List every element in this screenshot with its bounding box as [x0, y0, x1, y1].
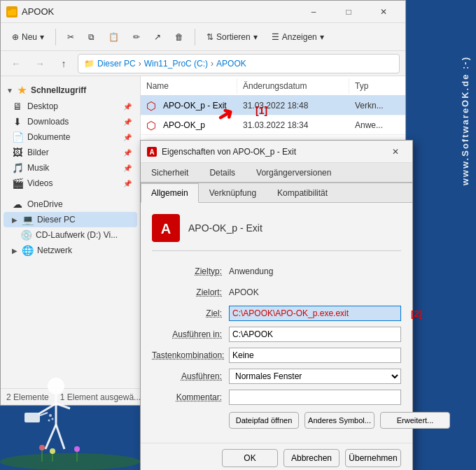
tastenkombination-input[interactable]	[229, 348, 401, 363]
file-date-1: 31.03.2022 18:34	[237, 119, 349, 131]
delete-button[interactable]: 🗑	[169, 29, 189, 45]
tastenkombination-label: Tastenkombination:	[152, 350, 229, 360]
expand-icon-2: ▶	[12, 216, 18, 224]
path-drive[interactable]: Win11_ProC (C:)	[144, 59, 208, 69]
forward-button[interactable]: →	[30, 54, 50, 73]
file-type-0: Verkn...	[349, 99, 405, 112]
tab-sicherheit[interactable]: Sicherheit	[141, 163, 199, 183]
view-icon: ☰	[272, 32, 279, 42]
abbrechen-button[interactable]: Abbrechen	[284, 449, 340, 467]
sidebar-item-downloads[interactable]: ⬇ Downloads 📌	[4, 114, 137, 129]
erweitert-button[interactable]: Erweitert...	[380, 412, 450, 429]
pin-icon-2: 📌	[123, 118, 132, 126]
file-count: 2 Elemente	[6, 392, 49, 402]
new-button[interactable]: ⊕ Neu ▾	[6, 29, 50, 45]
pin-icon-4: 📌	[123, 149, 132, 157]
chevron-icon-2: ▾	[253, 32, 258, 42]
properties-dialog: A Eigenschaften von APO-OK_p - Exit ✕ Si…	[140, 140, 413, 470]
svg-point-17	[0, 453, 140, 470]
copy-button[interactable]: ⧉	[83, 29, 100, 45]
sidebar-item-bilder[interactable]: 🖼 Bilder 📌	[4, 145, 137, 160]
dialog-action-row: Dateipfad öffnen Anderes Symbol... Erwei…	[152, 412, 401, 429]
pin-icon: 📌	[123, 103, 132, 111]
app-icon-large: A	[152, 214, 180, 242]
svg-point-21	[50, 448, 55, 454]
expand-icon: ▼	[6, 87, 13, 94]
tab-vorgaenger[interactable]: Vorgängerversionen	[246, 163, 342, 183]
sidebar-item-videos[interactable]: 🎬 Videos 📌	[4, 176, 137, 191]
view-button[interactable]: ☰ Anzeigen ▾	[266, 29, 330, 45]
plus-icon: ⊕	[12, 32, 19, 42]
ok-button[interactable]: OK	[222, 449, 278, 467]
close-button[interactable]: ✕	[368, 1, 400, 23]
window-title: APOOK	[22, 6, 293, 17]
tab-allgemein[interactable]: Allgemein	[141, 183, 199, 203]
dateipfad-button[interactable]: Dateipfad öffnen	[229, 412, 299, 429]
dialog-close-button[interactable]: ✕	[384, 142, 407, 162]
maximize-button[interactable]: □	[332, 1, 365, 23]
ausfuehren-select[interactable]: Normales Fenster	[229, 369, 401, 384]
file-row-0[interactable]: ⬡ APO-OK_p - Exit 31.03.2022 18:48 Verkn…	[141, 96, 405, 115]
form-row-zieltyp: Zieltyp: Anwendung	[152, 262, 401, 280]
sidebar-item-desktop[interactable]: 🖥 Desktop 📌	[4, 99, 137, 114]
path-dieser-pc[interactable]: Dieser PC	[97, 59, 136, 69]
sidebar-item-dieser-pc[interactable]: ▶ 💻 Dieser PC	[4, 212, 137, 227]
dialog-content: A APO-OK_p - Exit Zieltyp: Anwendung Zie…	[141, 203, 412, 440]
kommentar-label: Kommentar:	[152, 392, 229, 402]
form-row-ausfuehren: Ausführen: Normales Fenster	[152, 367, 401, 385]
form-row-ziel: Ziel: [2]	[152, 304, 401, 322]
onedrive-icon: ☁	[12, 199, 23, 210]
toolbar-separator-2	[195, 29, 195, 45]
paste-button[interactable]: 📋	[103, 29, 125, 45]
up-button[interactable]: ↑	[54, 54, 74, 73]
pin-icon-5: 📌	[123, 164, 132, 172]
share-button[interactable]: ↗	[148, 29, 167, 45]
ziel-input-wrapper: [2]	[229, 306, 401, 321]
svg-point-23	[74, 446, 80, 452]
sidebar-item-netzwerk[interactable]: ▶ 🌐 Netzwerk	[4, 243, 137, 258]
file-row-1[interactable]: ⬡ APO-OK_p 31.03.2022 18:34 Anwe...	[141, 115, 405, 135]
dialog-tabs-2: Allgemein Verknüpfung Kompatibilität	[141, 183, 412, 203]
col-name-header[interactable]: Name	[141, 78, 237, 94]
chevron-icon: ▾	[40, 32, 44, 42]
sidebar-item-dokumente[interactable]: 📄 Dokumente 📌	[4, 129, 137, 145]
minimize-button[interactable]: –	[298, 1, 330, 23]
svg-text:A: A	[161, 221, 171, 236]
anderes-symbol-button[interactable]: Anderes Symbol...	[304, 412, 374, 429]
uebernehmen-button[interactable]: Übernehmen	[345, 449, 401, 467]
cut-button[interactable]: ✂	[62, 29, 80, 45]
sidebar-item-musik[interactable]: 🎵 Musik 📌	[4, 160, 137, 176]
col-date-header[interactable]: Änderungsdatum	[237, 78, 349, 94]
videos-icon: 🎬	[12, 178, 23, 189]
ziel-input[interactable]	[229, 306, 401, 321]
tab-verknuepfung[interactable]: Verknüpfung	[199, 183, 267, 203]
expand-icon-3: ▶	[12, 247, 18, 255]
path-apook[interactable]: APOOK	[216, 59, 246, 69]
file-name-1: ⬡ APO-OK_p	[141, 118, 237, 133]
svg-point-15	[52, 418, 54, 420]
explorer-icon	[6, 6, 18, 17]
watermark-text: www.SoftwareOK.de :-)	[460, 56, 470, 185]
back-button[interactable]: ←	[6, 54, 26, 73]
ausfuehren-in-input[interactable]	[229, 327, 401, 342]
file-name-0: ⬡ APO-OK_p - Exit	[141, 98, 237, 113]
kommentar-input[interactable]	[229, 390, 401, 405]
bilder-icon: 🖼	[12, 147, 23, 158]
tab-details[interactable]: Details	[199, 163, 246, 183]
col-type-header[interactable]: Typ	[349, 78, 405, 94]
tab-kompatibilitaet[interactable]: Kompatibilität	[267, 183, 338, 203]
ziel-label: Ziel:	[152, 308, 229, 318]
sort-button[interactable]: ⇅ Sortieren ▾	[201, 29, 263, 45]
musik-icon: 🎵	[12, 162, 23, 173]
dialog-header-section: A APO-OK_p - Exit	[152, 214, 401, 251]
column-header: Name Änderungsdatum Typ	[141, 76, 405, 96]
zieltyp-label: Zieltyp:	[152, 266, 229, 276]
sidebar-item-onedrive[interactable]: ☁ OneDrive	[4, 197, 137, 212]
sidebar-schnellzugriff-header[interactable]: ▼ ★ Schnellzugriff	[1, 82, 140, 99]
downloads-icon: ⬇	[12, 116, 23, 127]
dialog-app-icon-sm: A	[146, 146, 158, 157]
sidebar-item-cd[interactable]: 💿 CD-Laufwerk (D:) Vi...	[4, 227, 137, 243]
ausfuehren-select-wrapper: Normales Fenster	[229, 369, 401, 384]
address-path[interactable]: 📁 Dieser PC › Win11_ProC (C:) › APOOK	[78, 54, 400, 73]
rename-button[interactable]: ✏	[127, 29, 146, 45]
